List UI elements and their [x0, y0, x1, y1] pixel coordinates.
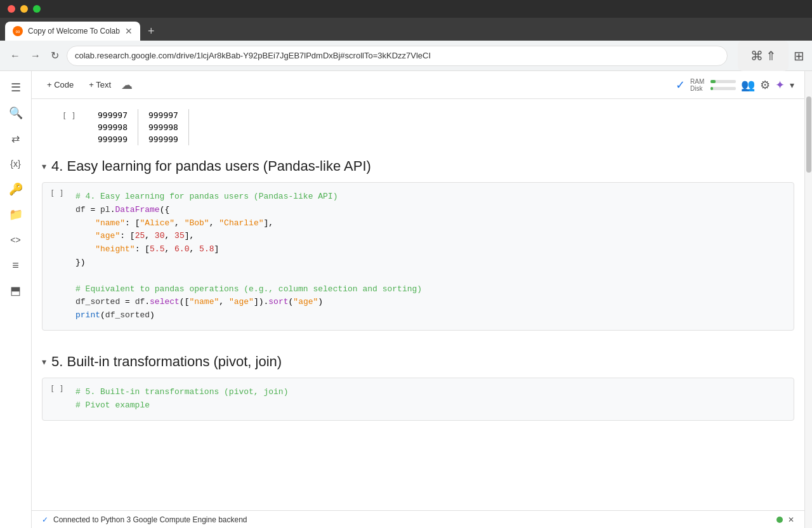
- url-field[interactable]: colab.research.google.com/drive/1lcjAr8k…: [67, 46, 728, 66]
- table-row: 999997 999997: [88, 109, 188, 121]
- reload-button[interactable]: ↻: [48, 47, 62, 64]
- colab-container: ☰ 🔍 ⇄ {x} 🔑 📁 <> ≡ ⬒ + Code + Text ☁ ✓: [0, 71, 812, 528]
- status-bar: ✓ Connected to Python 3 Google Compute E…: [32, 510, 804, 528]
- table-row: 999999 999999: [88, 133, 188, 145]
- sidebar-icon-menu[interactable]: ☰: [4, 76, 27, 99]
- cloud-button[interactable]: ☁: [121, 78, 133, 92]
- notebook-content: [ ] 999997 999997 999998 999998 999999: [32, 99, 804, 510]
- code-content[interactable]: # 4. Easy learning for pandas users (Pan…: [75, 188, 786, 325]
- table-cell: 999997: [88, 109, 138, 121]
- disk-bar: [710, 87, 736, 90]
- ram-fill: [710, 80, 716, 83]
- more-options-button[interactable]: ▾: [790, 80, 794, 90]
- sidebar-icon-filter[interactable]: ⇄: [4, 127, 27, 150]
- connect-checkmark: ✓: [676, 78, 685, 92]
- s5-code-line-1: # 5. Built-in transformations (pivot, jo…: [75, 386, 786, 399]
- section-4-collapse-arrow[interactable]: ▾: [42, 161, 46, 171]
- browser-titlebar: [0, 0, 812, 18]
- tab-bar: Copy of Welcome To Colab ✕ +: [0, 18, 812, 41]
- code-line-4: "age": [25, 30, 35],: [75, 230, 786, 243]
- code-cell-header: [ ] # 4. Easy learning for pandas users …: [43, 183, 794, 330]
- home-icon: ⇑: [766, 48, 776, 63]
- code-line-3: "name": ["Alice", "Bob", "Charlie"],: [75, 217, 786, 230]
- code-line-10: print(df_sorted): [75, 309, 786, 322]
- address-bar-container: ← → ↻ colab.research.google.com/drive/1l…: [0, 41, 812, 71]
- code-line-7: [75, 270, 786, 283]
- section-4-heading: ▾ 4. Easy learning for pandas users (Pan…: [32, 150, 804, 180]
- sidebar-icon-variables[interactable]: {x}: [4, 152, 27, 175]
- cell-execution-count: [ ]: [50, 188, 75, 198]
- cell-output-table: [ ] 999997 999997 999998 999998 999999: [62, 109, 794, 145]
- toolbar-right: ✓ RAM Disk 👥 ⚙: [676, 78, 794, 92]
- ram-disk-widget: RAM Disk: [690, 78, 736, 92]
- cmd-icon: ⌘: [750, 48, 763, 63]
- sidebar-icon-key[interactable]: 🔑: [4, 178, 27, 201]
- active-tab[interactable]: Copy of Welcome To Colab ✕: [5, 22, 140, 41]
- tab-close-button[interactable]: ✕: [125, 26, 133, 36]
- section-5-title: 5. Built-in transformations (pivot, join…: [51, 353, 282, 370]
- code-line-8: # Equivalent to pandas operations (e.g.,…: [75, 283, 786, 296]
- colab-main: + Code + Text ☁ ✓ RAM Disk: [32, 71, 804, 528]
- section-5-heading: ▾ 5. Built-in transformations (pivot, jo…: [32, 346, 804, 375]
- section-5-code-content[interactable]: # 5. Built-in transformations (pivot, jo…: [75, 383, 786, 415]
- section-5-code-cell-header: [ ] # 5. Built-in transformations (pivot…: [43, 378, 794, 420]
- code-line-1: # 4. Easy learning for pandas users (Pan…: [75, 190, 786, 204]
- minimize-button[interactable]: [20, 5, 28, 13]
- sidebar-icon-files[interactable]: 📁: [4, 203, 27, 226]
- s5-code-line-2: # Pivot example: [75, 399, 786, 412]
- sidebar-icon-list[interactable]: ≡: [4, 254, 27, 277]
- new-tab-button[interactable]: +: [143, 22, 160, 41]
- ram-bar: [710, 80, 736, 83]
- section-5-code-cell[interactable]: [ ] # 5. Built-in transformations (pivot…: [42, 378, 794, 421]
- table-row: 999998 999998: [88, 121, 188, 133]
- add-code-button[interactable]: + Code: [42, 77, 79, 92]
- scrollbar[interactable]: [804, 71, 812, 528]
- scrollbar-thumb[interactable]: [806, 96, 811, 173]
- table-cell: 999997: [138, 109, 188, 121]
- tab-favicon: [13, 26, 23, 36]
- status-checkmark: ✓: [42, 515, 48, 524]
- gemini-button[interactable]: ✦: [775, 78, 785, 92]
- add-code-label: + Code: [47, 80, 74, 89]
- maximize-button[interactable]: [33, 5, 41, 13]
- status-close-button[interactable]: ✕: [788, 515, 794, 524]
- sidebar-icon-terminal[interactable]: ⬒: [4, 279, 27, 302]
- add-text-label: + Text: [89, 80, 111, 89]
- disk-label: Disk: [690, 85, 708, 92]
- sidebar-icon-search[interactable]: 🔍: [4, 102, 27, 124]
- sidebar: ☰ 🔍 ⇄ {x} 🔑 📁 <> ≡ ⬒: [0, 71, 32, 528]
- code-line-6: }): [75, 256, 786, 270]
- close-button[interactable]: [8, 5, 15, 13]
- table-cell: 999999: [138, 133, 188, 145]
- colab-toolbar: + Code + Text ☁ ✓ RAM Disk: [32, 71, 804, 99]
- table-cell: 999998: [88, 121, 138, 133]
- code-line-5: "height": [5.5, 6.0, 5.8]: [75, 243, 786, 256]
- settings-button[interactable]: ⚙: [760, 78, 770, 92]
- code-line-2: df = pl.DataFrame({: [75, 204, 786, 217]
- url-text: colab.research.google.com/drive/1lcjAr8k…: [75, 51, 431, 60]
- add-text-button[interactable]: + Text: [84, 77, 116, 92]
- disk-fill: [710, 87, 713, 90]
- section-4-code-cell[interactable]: [ ] # 4. Easy learning for pandas users …: [42, 182, 794, 331]
- connect-users-button[interactable]: 👥: [741, 78, 755, 92]
- status-dot: [776, 517, 783, 523]
- status-text: Connected to Python 3 Google Compute Eng…: [53, 515, 247, 524]
- table-cell: 999999: [88, 133, 138, 145]
- ram-label: RAM: [690, 78, 708, 85]
- keyboard-shortcut-widget: ⌘ ⇑: [738, 41, 789, 71]
- section-5-collapse-arrow[interactable]: ▾: [42, 357, 46, 367]
- code-line-9: df_sorted = df.select(["name", "age"]).s…: [75, 296, 786, 309]
- apps-button[interactable]: ⊞: [794, 48, 804, 63]
- sidebar-icon-code[interactable]: <>: [4, 228, 27, 251]
- section-4-title: 4. Easy learning for pandas users (Panda…: [51, 158, 371, 175]
- cell-run-indicator: [ ]: [62, 109, 88, 121]
- output-table: 999997 999997 999998 999998 999999 99999…: [88, 109, 189, 145]
- forward-button[interactable]: →: [28, 48, 43, 64]
- table-cell: 999998: [138, 121, 188, 133]
- section-5-execution-count: [ ]: [50, 383, 75, 393]
- cloud-icon: ☁: [121, 79, 133, 91]
- tab-label: Copy of Welcome To Colab: [28, 27, 120, 36]
- back-button[interactable]: ←: [8, 48, 23, 64]
